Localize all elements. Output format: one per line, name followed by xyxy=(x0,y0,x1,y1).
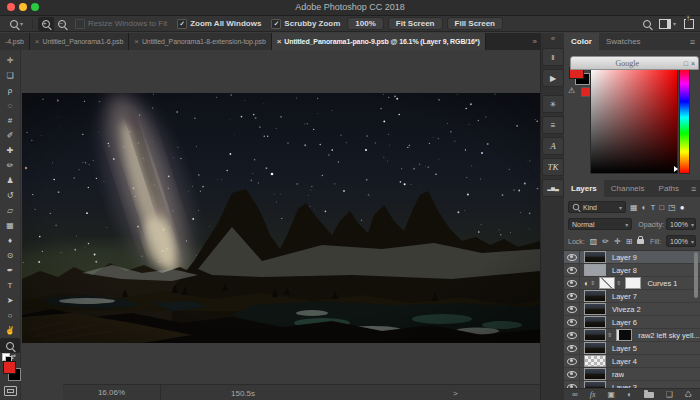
layer-row-layer9[interactable]: Layer 9 xyxy=(564,251,700,264)
gamut-warning-icon[interactable]: ⚠ xyxy=(568,86,575,95)
foreground-color-swatch[interactable] xyxy=(3,361,16,374)
layer-row-layer4[interactable]: Layer 4 xyxy=(564,355,700,368)
title-bar[interactable]: Adobe Photoshop CC 2018 xyxy=(0,0,700,16)
filter-smart-objects-icon[interactable]: ◳ xyxy=(668,203,676,212)
zoom-100-button[interactable]: 100% xyxy=(347,17,383,30)
styles-panel-icon[interactable]: ≡ xyxy=(542,116,564,134)
brush-tool[interactable]: ✏ xyxy=(0,158,20,173)
filter-kind-dropdown[interactable]: Kind ▾ xyxy=(568,201,626,213)
panel-menu-icon[interactable]: ≡ xyxy=(685,33,700,50)
zoom-in-button[interactable] xyxy=(38,17,54,31)
zoom-tool-preset[interactable]: ▾ xyxy=(6,17,27,31)
layer-thumbnail[interactable] xyxy=(584,342,606,354)
layer-thumbnail[interactable] xyxy=(584,290,606,302)
move-tool[interactable]: ✛ xyxy=(0,53,20,68)
layer-thumbnail[interactable] xyxy=(584,329,606,341)
blend-mode-dropdown[interactable]: Normal ▾ xyxy=(568,218,632,230)
lock-artboard-icon[interactable]: ⊞ xyxy=(626,237,633,246)
filter-pixel-layers-icon[interactable]: ▦ xyxy=(630,203,638,212)
layers-scrollbar[interactable] xyxy=(694,252,698,298)
close-icon[interactable]: × xyxy=(134,37,139,46)
layer-thumbnail[interactable] xyxy=(584,264,606,276)
layer-thumbnail[interactable] xyxy=(584,251,606,263)
visibility-toggle[interactable] xyxy=(564,290,580,302)
tab-panorama-9-active[interactable]: × Untitled_Panorama1-pano-9.psb @ 16.1% … xyxy=(272,33,486,50)
search-icon[interactable] xyxy=(643,20,651,28)
share-icon[interactable] xyxy=(684,19,694,29)
hue-slider-arrow[interactable] xyxy=(674,166,678,172)
visibility-toggle[interactable] xyxy=(564,277,580,289)
tab-panorama-4[interactable]: -4.psb xyxy=(0,33,30,50)
link-layers-button[interactable]: ∞ xyxy=(572,390,578,399)
layer-row-raw2[interactable]: ∞ raw2 left sky yell... xyxy=(564,329,700,342)
layer-mask-thumbnail[interactable] xyxy=(625,277,641,289)
panel-menu-icon[interactable]: ≡ xyxy=(686,180,700,197)
crop-tool[interactable]: # xyxy=(0,113,20,128)
tab-paths[interactable]: Paths xyxy=(652,180,686,197)
shape-tool[interactable]: ○ xyxy=(0,308,20,323)
visibility-toggle[interactable] xyxy=(564,251,580,263)
layer-thumbnail[interactable] xyxy=(584,303,606,315)
layer-row-raw[interactable]: raw xyxy=(564,368,700,381)
layer-row-layer8[interactable]: Layer 8 xyxy=(564,264,700,277)
swap-colors-icon[interactable]: ⇄ xyxy=(11,352,16,359)
tk-actions-panel-icon[interactable]: TK xyxy=(542,158,564,176)
resize-windows-checkbox[interactable]: Resize Windows to Fit xyxy=(75,19,167,29)
screen-mode-button[interactable] xyxy=(4,386,17,396)
tab-panorama-6[interactable]: × Untitled_Panorama1-6.psb xyxy=(30,33,129,50)
new-group-button[interactable] xyxy=(644,392,654,398)
eraser-tool[interactable]: ▱ xyxy=(0,203,20,218)
actions-panel-icon[interactable]: ▶ xyxy=(542,69,564,87)
new-layer-button[interactable]: ❏ xyxy=(666,390,673,399)
typekit-panel-icon[interactable]: A xyxy=(542,137,564,155)
visibility-toggle[interactable] xyxy=(564,316,580,328)
zoom-level-field[interactable]: 16.06% xyxy=(63,385,161,400)
type-tool[interactable]: T xyxy=(0,278,20,293)
path-selection-tool[interactable]: ➤ xyxy=(0,293,20,308)
tab-layers[interactable]: Layers xyxy=(564,180,604,197)
layer-row-curves1[interactable]: ◐ ∞ ∞ Curves 1 xyxy=(564,277,700,290)
lock-transparent-pixels-icon[interactable]: ▨ xyxy=(590,237,598,246)
quick-selection-tool[interactable]: ◌ xyxy=(0,98,20,113)
status-popup-arrow[interactable]: > xyxy=(453,389,458,398)
scrubby-zoom-checkbox[interactable]: ✓ Scrubby Zoom xyxy=(271,19,340,29)
histogram-panel-icon[interactable]: ▂▅▃ xyxy=(542,179,564,197)
history-brush-tool[interactable]: ↺ xyxy=(0,188,20,203)
visibility-toggle[interactable] xyxy=(564,303,580,315)
visibility-toggle[interactable] xyxy=(564,355,580,367)
default-colors-icon[interactable] xyxy=(2,353,10,361)
chevron-down-icon[interactable]: ▾ xyxy=(673,20,676,27)
visibility-toggle[interactable] xyxy=(564,264,580,276)
layer-thumbnail[interactable] xyxy=(584,368,606,380)
blur-tool[interactable]: ♦ xyxy=(0,233,20,248)
hand-tool[interactable]: ✌ xyxy=(0,323,20,338)
curves-thumbnail[interactable] xyxy=(599,277,615,289)
layer-row-layer7[interactable]: Layer 7 xyxy=(564,290,700,303)
adjustments-panel-icon[interactable]: ✳ xyxy=(542,95,564,113)
saturation-brightness-picker[interactable] xyxy=(590,67,678,174)
tab-overflow-button[interactable]: » xyxy=(530,37,540,46)
tab-panorama-8[interactable]: × Untitled_Panorama1-8-extension-top.psb xyxy=(129,33,271,50)
delete-layer-button[interactable]: ♺ xyxy=(685,390,692,399)
document-canvas-image[interactable] xyxy=(22,93,540,343)
visibility-toggle[interactable] xyxy=(564,342,580,354)
filter-type-layers-icon[interactable]: T xyxy=(650,203,655,212)
zoom-out-button[interactable] xyxy=(54,17,70,31)
fit-screen-button[interactable]: Fit Screen xyxy=(388,17,443,30)
layer-mask-thumbnail[interactable] xyxy=(616,329,632,341)
layer-row-layer5[interactable]: Layer 5 xyxy=(564,342,700,355)
tab-swatches[interactable]: Swatches xyxy=(599,33,648,50)
marquee-tool[interactable]: ❏ xyxy=(0,68,20,83)
zoom-all-windows-checkbox[interactable]: ✓ Zoom All Windows xyxy=(177,19,261,29)
add-layer-mask-button[interactable]: ▣ xyxy=(607,390,615,399)
lasso-tool[interactable]: ρ xyxy=(0,83,20,98)
fill-screen-button[interactable]: Fill Screen xyxy=(447,17,503,30)
filter-shape-layers-icon[interactable]: □ xyxy=(659,203,664,212)
pen-tool[interactable]: ✒ xyxy=(0,263,20,278)
visibility-toggle[interactable] xyxy=(564,329,580,341)
clone-stamp-tool[interactable]: ♟ xyxy=(0,173,20,188)
close-icon[interactable]: × xyxy=(691,60,695,67)
workspace-icon[interactable] xyxy=(659,19,671,29)
lock-all-icon[interactable] xyxy=(637,239,644,244)
layer-thumbnail[interactable] xyxy=(584,316,606,328)
